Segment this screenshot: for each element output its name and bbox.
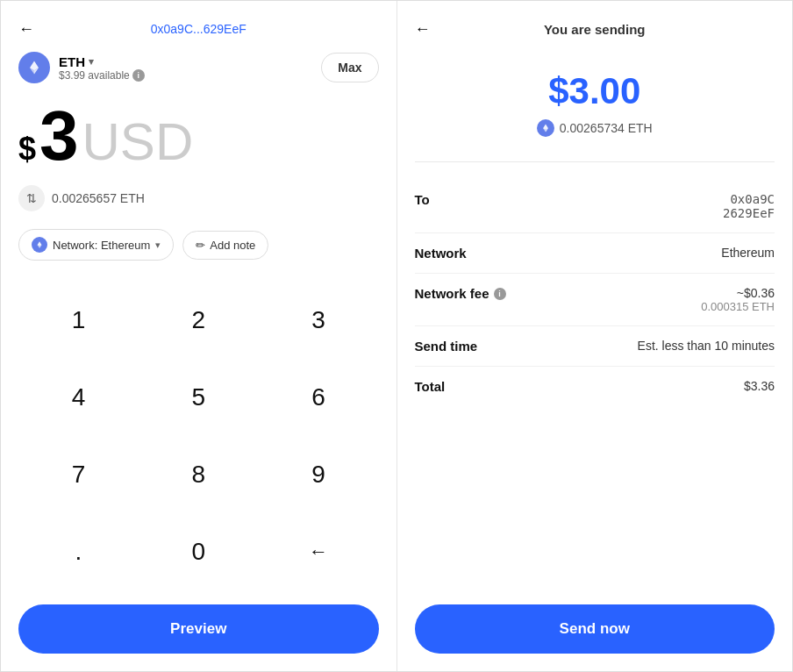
key-4[interactable]: 4 [18, 359, 139, 436]
key-8[interactable]: 8 [139, 436, 259, 513]
network-fee-eth: 0.000315 ETH [701, 300, 775, 313]
wallet-address: 0x0a9C...629EeF [151, 22, 246, 36]
eth-equiv-row: ⇅ 0.00265657 ETH [18, 185, 379, 211]
key-0[interactable]: 0 [139, 513, 259, 590]
key-2[interactable]: 2 [139, 282, 259, 359]
chevron-down-icon: ▾ [89, 56, 94, 68]
fee-info-icon: i [494, 288, 506, 300]
amount-number: 3 [39, 101, 79, 171]
total-value: $3.36 [744, 379, 775, 393]
amount-currency: USD [82, 116, 194, 168]
network-detail-label: Network [415, 246, 467, 261]
right-header: ← You are sending [415, 22, 775, 37]
send-time-label: Send time [415, 339, 478, 354]
left-header: ← 0x0a9C...629EeF [18, 22, 379, 36]
max-button[interactable]: Max [321, 53, 378, 82]
detail-to: To 0x0a9C2629EeF [415, 180, 775, 233]
confirm-eth-text: 0.00265734 ETH [560, 121, 653, 135]
preview-button[interactable]: Preview [18, 604, 379, 654]
key-7[interactable]: 7 [18, 436, 139, 513]
confirm-title: You are sending [544, 22, 646, 37]
to-label: To [415, 192, 430, 207]
key-backspace[interactable]: ← [259, 513, 379, 590]
network-fee-label: Network fee i [415, 286, 506, 301]
numpad: 1 2 3 4 5 6 7 8 9 . 0 ← [18, 282, 379, 590]
swap-icon[interactable]: ⇅ [18, 185, 45, 211]
token-row: ETH ▾ $3.99 available i Max [18, 52, 379, 83]
divider [415, 161, 775, 162]
token-details: ETH ▾ $3.99 available i [59, 54, 145, 82]
info-icon: i [132, 69, 145, 82]
pencil-icon: ✏ [196, 239, 205, 252]
detail-total: Total $3.36 [415, 367, 775, 406]
add-note-label: Add note [210, 239, 255, 252]
dollar-sign: $ [18, 131, 36, 168]
confirm-eth-amount: 0.00265734 ETH [415, 119, 775, 137]
key-6[interactable]: 6 [259, 359, 379, 436]
to-address: 0x0a9C2629EeF [723, 192, 775, 220]
network-chevron-icon: ▾ [155, 239, 161, 251]
send-screen: ← 0x0a9C...629EeF ETH ▾ [1, 1, 397, 671]
network-button[interactable]: Network: Ethereum ▾ [18, 229, 174, 261]
network-label: Network: Ethereum [53, 239, 150, 252]
token-name: ETH ▾ [59, 54, 145, 69]
key-3[interactable]: 3 [259, 282, 379, 359]
token-available: $3.99 available i [59, 69, 145, 82]
key-9[interactable]: 9 [259, 436, 379, 513]
confirm-eth-icon [537, 119, 554, 137]
detail-network: Network Ethereum [415, 233, 775, 274]
key-5[interactable]: 5 [139, 359, 259, 436]
network-eth-icon [32, 237, 47, 253]
add-note-button[interactable]: ✏ Add note [182, 231, 268, 260]
confirm-usd-amount: $3.00 [415, 70, 775, 112]
detail-network-fee: Network fee i ~$0.36 0.000315 ETH [415, 274, 775, 326]
total-label: Total [415, 379, 446, 394]
confirm-screen: ← You are sending $3.00 0.00265734 ETH [397, 1, 793, 671]
back-button-right[interactable]: ← [415, 20, 431, 39]
send-time-value: Est. less than 10 minutes [638, 339, 775, 353]
network-fee-value: ~$0.36 0.000315 ETH [701, 286, 775, 313]
token-info[interactable]: ETH ▾ $3.99 available i [18, 52, 145, 83]
options-row: Network: Ethereum ▾ ✏ Add note [18, 229, 379, 261]
confirm-amount: $3.00 0.00265734 ETH [415, 70, 775, 137]
details-table: To 0x0a9C2629EeF Network Ethereum Networ… [415, 180, 775, 604]
key-1[interactable]: 1 [18, 282, 139, 359]
send-now-button[interactable]: Send now [415, 604, 775, 654]
network-detail-value: Ethereum [721, 246, 775, 260]
back-button-left[interactable]: ← [18, 20, 34, 39]
eth-logo [18, 52, 50, 83]
amount-display: $ 3 USD [18, 101, 379, 171]
key-dot[interactable]: . [18, 513, 139, 590]
eth-equiv-text: 0.00265657 ETH [52, 191, 145, 205]
detail-send-time: Send time Est. less than 10 minutes [415, 326, 775, 367]
